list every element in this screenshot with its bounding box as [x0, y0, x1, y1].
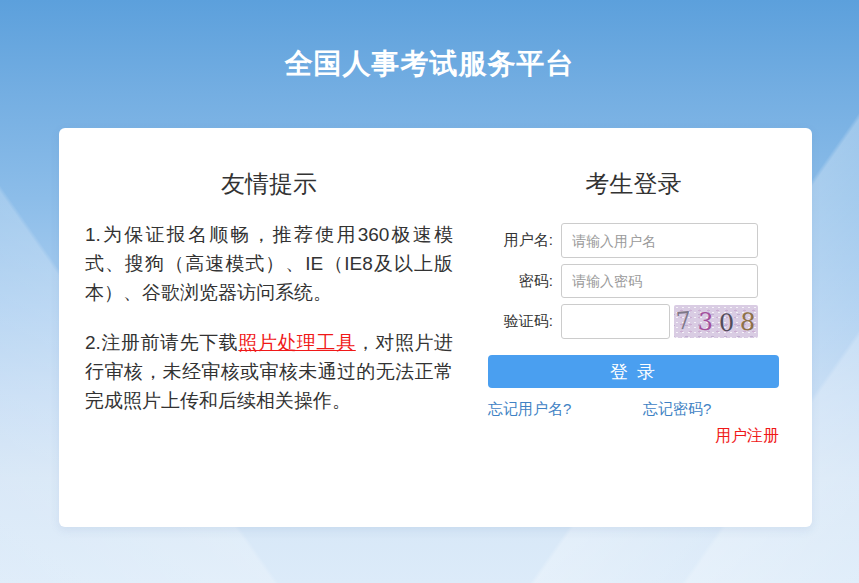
password-row: 密码:	[488, 264, 779, 298]
captcha-digit: 3	[697, 309, 714, 334]
login-button[interactable]: 登 录	[488, 355, 779, 388]
captcha-label: 验证码:	[488, 312, 561, 331]
tips-paragraph-1: 1.为保证报名顺畅，推荐使用360极速模式、搜狗（高速模式）、IE（IE8及以上…	[85, 220, 453, 307]
captcha-digit: 8	[739, 309, 756, 334]
tips-heading: 友情提示	[85, 168, 453, 200]
captcha-digit: 0	[719, 310, 735, 335]
forgot-password-link[interactable]: 忘记密码?	[643, 400, 711, 419]
register-link[interactable]: 用户注册	[715, 427, 779, 444]
captcha-digit: 7	[676, 308, 693, 333]
captcha-row: 验证码: 7 3 0 8	[488, 304, 779, 339]
forgot-links-row: 忘记用户名? 忘记密码?	[488, 400, 779, 418]
login-heading: 考生登录	[488, 168, 779, 200]
captcha-image[interactable]: 7 3 0 8	[674, 305, 758, 338]
page-background: 全国人事考试服务平台 友情提示 1.为保证报名顺畅，推荐使用360极速模式、搜狗…	[0, 0, 859, 583]
password-label: 密码:	[488, 272, 561, 291]
username-label: 用户名:	[488, 231, 561, 250]
page-title: 全国人事考试服务平台	[0, 45, 859, 83]
captcha-input[interactable]	[561, 304, 670, 339]
forgot-username-link[interactable]: 忘记用户名?	[488, 400, 571, 419]
login-card: 友情提示 1.为保证报名顺畅，推荐使用360极速模式、搜狗（高速模式）、IE（I…	[59, 128, 812, 527]
login-panel: 考生登录 用户名: 密码: 验证码: 7 3 0 8 登 录	[488, 128, 779, 527]
tips-panel: 友情提示 1.为保证报名顺畅，推荐使用360极速模式、搜狗（高速模式）、IE（I…	[85, 128, 453, 527]
username-row: 用户名:	[488, 223, 779, 258]
tips-paragraph-2: 2.注册前请先下载照片处理工具，对照片进行审核，未经审核或审核未通过的无法正常完…	[85, 328, 453, 415]
username-input[interactable]	[561, 223, 758, 258]
photo-tool-link[interactable]: 照片处理工具	[238, 332, 355, 353]
register-row: 用户注册	[488, 426, 779, 447]
password-input[interactable]	[561, 264, 758, 298]
tips-paragraph-2-prefix: 2.注册前请先下载	[85, 332, 238, 353]
